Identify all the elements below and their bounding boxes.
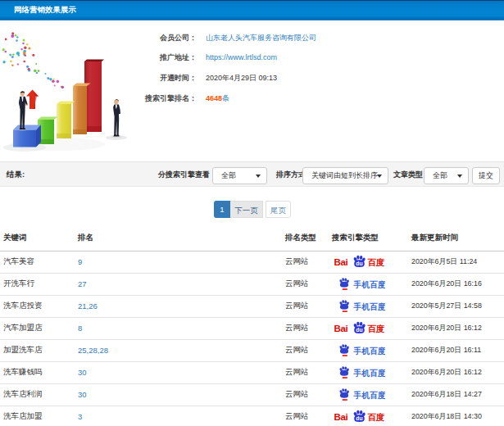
svg-text:Bai: Bai <box>334 257 348 267</box>
svg-text:手机百度: 手机百度 <box>353 369 386 378</box>
svg-text:百度: 百度 <box>368 324 385 333</box>
svg-text:Bai: Bai <box>334 324 348 333</box>
svg-text:手机百度: 手机百度 <box>353 391 386 400</box>
svg-text:du: du <box>356 415 362 421</box>
svg-text:du: du <box>356 327 362 333</box>
svg-text:手机百度: 手机百度 <box>353 302 386 311</box>
svg-text:手机百度: 手机百度 <box>353 347 386 356</box>
svg-text:Bai: Bai <box>334 412 348 422</box>
svg-text:手机百度: 手机百度 <box>353 280 386 289</box>
svg-text:du: du <box>356 261 362 266</box>
svg-text:百度: 百度 <box>368 257 385 267</box>
svg-text:百度: 百度 <box>368 412 385 422</box>
